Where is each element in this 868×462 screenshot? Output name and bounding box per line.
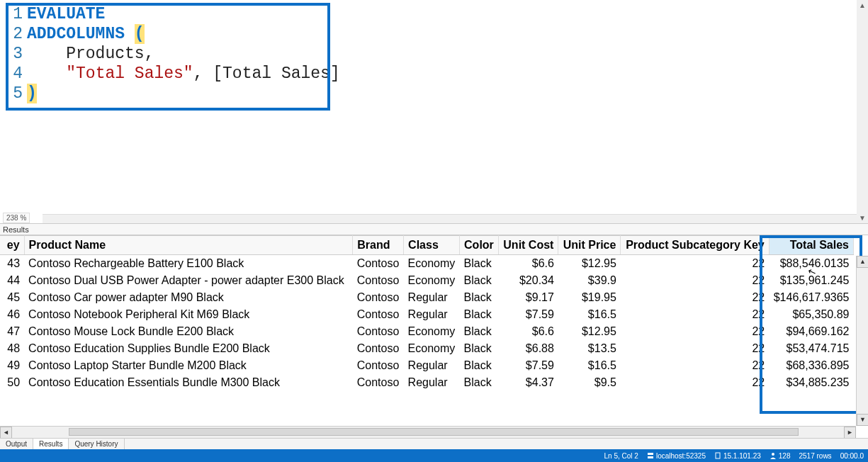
table-row[interactable]: 45Contoso Car power adapter M90 BlackCon… bbox=[0, 289, 854, 306]
grid-vertical-scrollbar[interactable]: ▲ ▼ bbox=[856, 256, 868, 426]
cell-uprice[interactable]: $9.5 bbox=[558, 374, 621, 391]
cell-tsales[interactable]: $88,546.0135 bbox=[769, 255, 853, 273]
cell-ucost[interactable]: $6.6 bbox=[499, 255, 558, 273]
scroll-track[interactable] bbox=[857, 11, 868, 213]
cell-brand[interactable]: Contoso bbox=[353, 374, 404, 391]
cell-class[interactable]: Regular bbox=[404, 289, 460, 306]
column-header-subcat[interactable]: Product Subcategory Key bbox=[621, 236, 769, 255]
cell-name[interactable]: Contoso Mouse Lock Bundle E200 Black bbox=[24, 323, 353, 340]
table-row[interactable]: 46Contoso Notebook Peripheral Kit M69 Bl… bbox=[0, 306, 854, 323]
cell-color[interactable]: Black bbox=[460, 289, 499, 306]
cell-uprice[interactable]: $12.95 bbox=[558, 323, 621, 340]
scroll-up-button[interactable]: ▲ bbox=[857, 256, 868, 268]
cell-brand[interactable]: Contoso bbox=[353, 255, 404, 273]
scroll-up-icon[interactable]: ▲ bbox=[859, 0, 866, 11]
column-header-color[interactable]: Color bbox=[460, 236, 499, 255]
column-header-key[interactable]: ey bbox=[0, 236, 24, 255]
zoom-level[interactable]: 238 % bbox=[3, 213, 30, 223]
cell-tsales[interactable]: $146,617.9365 bbox=[769, 289, 853, 306]
cell-tsales[interactable]: $53,474.715 bbox=[769, 340, 853, 357]
scroll-thumb[interactable] bbox=[69, 428, 799, 436]
cell-ucost[interactable]: $6.6 bbox=[499, 323, 558, 340]
cell-name[interactable]: Contoso Dual USB Power Adapter - power a… bbox=[24, 272, 353, 289]
results-grid[interactable]: eyProduct NameBrandClassColorUnit CostUn… bbox=[0, 235, 868, 391]
column-header-brand[interactable]: Brand bbox=[353, 236, 404, 255]
cell-uprice[interactable]: $16.5 bbox=[558, 357, 621, 374]
cell-ucost[interactable]: $4.37 bbox=[499, 374, 558, 391]
table-row[interactable]: 50Contoso Education Essentials Bundle M3… bbox=[0, 374, 854, 391]
cell-ucost[interactable]: $20.34 bbox=[499, 272, 558, 289]
cell-subcat[interactable]: 22 bbox=[621, 306, 769, 323]
scroll-track[interactable] bbox=[12, 427, 844, 438]
cell-brand[interactable]: Contoso bbox=[353, 340, 404, 357]
cell-key[interactable]: 44 bbox=[0, 272, 24, 289]
scroll-right-button[interactable]: ► bbox=[844, 427, 856, 438]
cell-tsales[interactable]: $65,350.89 bbox=[769, 306, 853, 323]
cell-class[interactable]: Regular bbox=[404, 374, 460, 391]
table-row[interactable]: 44Contoso Dual USB Power Adapter - power… bbox=[0, 272, 854, 289]
scroll-down-icon[interactable]: ▼ bbox=[859, 213, 866, 223]
cell-brand[interactable]: Contoso bbox=[353, 306, 404, 323]
cell-subcat[interactable]: 22 bbox=[621, 289, 769, 306]
cell-ucost[interactable]: $9.17 bbox=[499, 289, 558, 306]
cell-key[interactable]: 45 bbox=[0, 289, 24, 306]
cell-key[interactable]: 49 bbox=[0, 357, 24, 374]
tab-results[interactable]: Results bbox=[33, 439, 69, 449]
code-line[interactable]: 3 Products, bbox=[0, 44, 857, 64]
cell-class[interactable]: Economy bbox=[404, 323, 460, 340]
code-line[interactable]: 1EVALUATE bbox=[0, 4, 857, 24]
editor-vertical-scrollbar[interactable]: ▲ ▼ bbox=[857, 0, 868, 223]
cell-subcat[interactable]: 22 bbox=[621, 357, 769, 374]
cell-color[interactable]: Black bbox=[460, 323, 499, 340]
table-row[interactable]: 47Contoso Mouse Lock Bundle E200 BlackCo… bbox=[0, 323, 854, 340]
code-line[interactable]: 2ADDCOLUMNS ( bbox=[0, 24, 857, 44]
column-header-uprice[interactable]: Unit Price bbox=[558, 236, 621, 255]
cell-color[interactable]: Black bbox=[460, 306, 499, 323]
cell-color[interactable]: Black bbox=[460, 357, 499, 374]
cell-color[interactable]: Black bbox=[460, 340, 499, 357]
editor-horizontal-scrollbar[interactable] bbox=[43, 214, 857, 223]
cell-name[interactable]: Contoso Notebook Peripheral Kit M69 Blac… bbox=[24, 306, 353, 323]
cell-tsales[interactable]: $135,961.245 bbox=[769, 272, 853, 289]
cell-color[interactable]: Black bbox=[460, 272, 499, 289]
cell-tsales[interactable]: $34,885.235 bbox=[769, 374, 853, 391]
table-row[interactable]: 49Contoso Laptop Starter Bundle M200 Bla… bbox=[0, 357, 854, 374]
cell-key[interactable]: 46 bbox=[0, 306, 24, 323]
cell-uprice[interactable]: $16.5 bbox=[558, 306, 621, 323]
cell-subcat[interactable]: 22 bbox=[621, 340, 769, 357]
tab-output[interactable]: Output bbox=[0, 439, 33, 449]
cell-name[interactable]: Contoso Car power adapter M90 Black bbox=[24, 289, 353, 306]
table-row[interactable]: 48Contoso Education Supplies Bundle E200… bbox=[0, 340, 854, 357]
cell-uprice[interactable]: $39.9 bbox=[558, 272, 621, 289]
cell-brand[interactable]: Contoso bbox=[353, 323, 404, 340]
column-header-name[interactable]: Product Name bbox=[24, 236, 353, 255]
scroll-down-button[interactable]: ▼ bbox=[857, 414, 868, 426]
cell-name[interactable]: Contoso Rechargeable Battery E100 Black bbox=[24, 255, 353, 273]
cell-name[interactable]: Contoso Education Supplies Bundle E200 B… bbox=[24, 340, 353, 357]
cell-ucost[interactable]: $6.88 bbox=[499, 340, 558, 357]
cell-uprice[interactable]: $19.95 bbox=[558, 289, 621, 306]
cell-name[interactable]: Contoso Education Essentials Bundle M300… bbox=[24, 374, 353, 391]
cell-ucost[interactable]: $7.59 bbox=[499, 357, 558, 374]
cell-uprice[interactable]: $12.95 bbox=[558, 255, 621, 273]
cell-ucost[interactable]: $7.59 bbox=[499, 306, 558, 323]
cell-brand[interactable]: Contoso bbox=[353, 357, 404, 374]
code-line[interactable]: 4 "Total Sales", [Total Sales] bbox=[0, 64, 857, 84]
cell-subcat[interactable]: 22 bbox=[621, 272, 769, 289]
table-row[interactable]: 43Contoso Rechargeable Battery E100 Blac… bbox=[0, 255, 854, 273]
cell-tsales[interactable]: $68,336.895 bbox=[769, 357, 853, 374]
cell-key[interactable]: 43 bbox=[0, 255, 24, 273]
cell-name[interactable]: Contoso Laptop Starter Bundle M200 Black bbox=[24, 357, 353, 374]
cell-subcat[interactable]: 22 bbox=[621, 374, 769, 391]
grid-horizontal-scrollbar[interactable]: ◄ ► bbox=[0, 426, 856, 438]
cell-class[interactable]: Regular bbox=[404, 357, 460, 374]
cell-subcat[interactable]: 22 bbox=[621, 255, 769, 273]
cell-brand[interactable]: Contoso bbox=[353, 289, 404, 306]
cell-subcat[interactable]: 22 bbox=[621, 323, 769, 340]
cell-tsales[interactable]: $94,669.162 bbox=[769, 323, 853, 340]
scroll-left-button[interactable]: ◄ bbox=[0, 427, 12, 438]
column-header-class[interactable]: Class bbox=[404, 236, 460, 255]
code-editor[interactable]: 1EVALUATE2ADDCOLUMNS (3 Products,4 "Tota… bbox=[0, 0, 857, 103]
cell-uprice[interactable]: $13.5 bbox=[558, 340, 621, 357]
cell-color[interactable]: Black bbox=[460, 374, 499, 391]
